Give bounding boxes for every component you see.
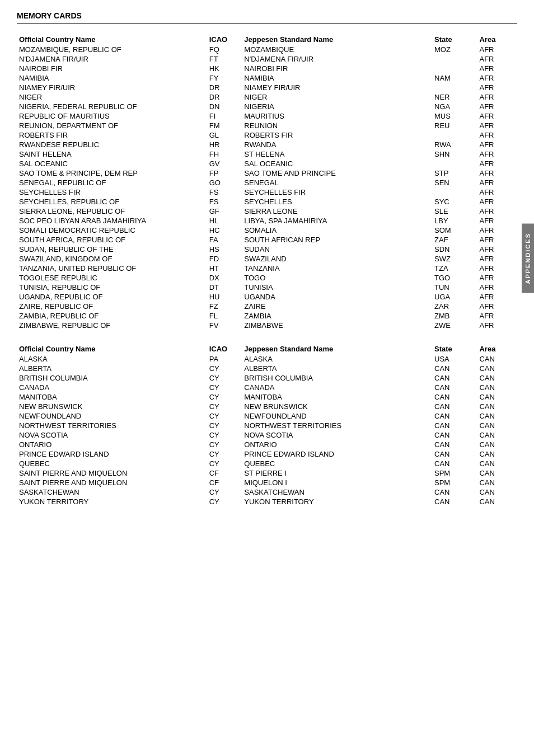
cell-area: CAN xyxy=(477,497,517,506)
table-row: NIAMEY FIR/UIR DR NIAMEY FIR/UIR AFR xyxy=(17,83,517,92)
cell-area: AFR xyxy=(477,283,517,292)
cell-jeppesen: NAMIBIA xyxy=(242,73,432,83)
cell-area: AFR xyxy=(477,302,517,311)
cell-country: NEWFOUNDLAND xyxy=(17,411,207,421)
table-row: NEW BRUNSWICK CY NEW BRUNSWICK CAN CAN xyxy=(17,402,517,411)
cell-icao: DX xyxy=(207,273,242,283)
cell-state: ZAR xyxy=(432,302,477,311)
cell-country: TOGOLESE REPUBLIC xyxy=(17,273,207,283)
table-row: SEYCHELLES, REPUBLIC OF FS SEYCHELLES SY… xyxy=(17,197,517,206)
cell-icao: CY xyxy=(207,373,242,383)
cell-jeppesen: NEW BRUNSWICK xyxy=(242,402,432,411)
table-row: REPUBLIC OF MAURITIUS FI MAURITIUS MUS A… xyxy=(17,111,517,121)
table-row: SASKATCHEWAN CY SASKATCHEWAN CAN CAN xyxy=(17,487,517,497)
cell-state xyxy=(432,83,477,92)
cell-state: UGA xyxy=(432,292,477,302)
cell-area: AFR xyxy=(477,73,517,83)
cell-jeppesen: SASKATCHEWAN xyxy=(242,487,432,497)
cell-icao: FV xyxy=(207,321,242,330)
table-row: ZAMBIA, REPUBLIC OF FL ZAMBIA ZMB AFR xyxy=(17,311,517,321)
cell-area: AFR xyxy=(477,178,517,187)
cell-country: NORTHWEST TERRITORIES xyxy=(17,421,207,430)
cell-country: SAINT HELENA xyxy=(17,149,207,159)
cell-country: ZAIRE, REPUBLIC OF xyxy=(17,302,207,311)
cell-area: CAN xyxy=(477,478,517,487)
cell-icao: FQ xyxy=(207,45,242,54)
cell-country: BRITISH COLUMBIA xyxy=(17,373,207,383)
cell-country: ONTARIO xyxy=(17,440,207,449)
can-table: Official Country Name ICAO Jeppesen Stan… xyxy=(17,344,517,506)
cell-area: AFR xyxy=(477,121,517,130)
cell-jeppesen: REUNION xyxy=(242,121,432,130)
cell-jeppesen: ALASKA xyxy=(242,354,432,364)
header-area-1: Area xyxy=(477,34,517,45)
table-row: TANZANIA, UNITED REPUBLIC OF HT TANZANIA… xyxy=(17,264,517,273)
cell-icao: FP xyxy=(207,168,242,178)
afr-header-row: Official Country Name ICAO Jeppesen Stan… xyxy=(17,34,517,45)
cell-jeppesen: ZAIRE xyxy=(242,302,432,311)
cell-state: CAN xyxy=(432,449,477,459)
table-row: ZIMBABWE, REPUBLIC OF FV ZIMBABWE ZWE AF… xyxy=(17,321,517,330)
table-row: CANADA CY CANADA CAN CAN xyxy=(17,383,517,392)
cell-state: TGO xyxy=(432,273,477,283)
cell-area: CAN xyxy=(477,421,517,430)
cell-jeppesen: BRITISH COLUMBIA xyxy=(242,373,432,383)
table-row: SOUTH AFRICA, REPUBLIC OF FA SOUTH AFRIC… xyxy=(17,235,517,245)
afr-table: Official Country Name ICAO Jeppesen Stan… xyxy=(17,34,517,330)
cell-state: NER xyxy=(432,92,477,102)
cell-icao: HL xyxy=(207,216,242,226)
cell-state: TZA xyxy=(432,264,477,273)
cell-country: PRINCE EDWARD ISLAND xyxy=(17,449,207,459)
cell-icao: FY xyxy=(207,73,242,83)
cell-icao: CY xyxy=(207,459,242,468)
cell-area: CAN xyxy=(477,449,517,459)
cell-country: ZAMBIA, REPUBLIC OF xyxy=(17,311,207,321)
table-row: SAINT PIERRE AND MIQUELON CF ST PIERRE I… xyxy=(17,468,517,478)
cell-area: AFR xyxy=(477,111,517,121)
cell-jeppesen: ZAMBIA xyxy=(242,311,432,321)
cell-icao: DN xyxy=(207,102,242,111)
cell-country: ZIMBABWE, REPUBLIC OF xyxy=(17,321,207,330)
header-area-2: Area xyxy=(477,344,517,354)
cell-icao: CY xyxy=(207,421,242,430)
cell-country: SAINT PIERRE AND MIQUELON xyxy=(17,468,207,478)
cell-area: AFR xyxy=(477,216,517,226)
header-country-1: Official Country Name xyxy=(17,34,207,45)
cell-icao: CY xyxy=(207,411,242,421)
cell-state: CAN xyxy=(432,440,477,449)
table-row: NAIROBI FIR HK NAIROBI FIR AFR xyxy=(17,64,517,73)
cell-area: AFR xyxy=(477,102,517,111)
cell-jeppesen: TUNISIA xyxy=(242,283,432,292)
cell-country: REUNION, DEPARTMENT OF xyxy=(17,121,207,130)
cell-jeppesen: CANADA xyxy=(242,383,432,392)
cell-icao: HC xyxy=(207,226,242,235)
cell-area: CAN xyxy=(477,411,517,421)
cell-country: SOC PEO LIBYAN ARAB JAMAHIRIYA xyxy=(17,216,207,226)
cell-state xyxy=(432,187,477,197)
table-row: SOC PEO LIBYAN ARAB JAMAHIRIYA HL LIBYA,… xyxy=(17,216,517,226)
cell-area: AFR xyxy=(477,83,517,92)
cell-area: CAN xyxy=(477,459,517,468)
cell-state: CAN xyxy=(432,364,477,373)
cell-area: AFR xyxy=(477,130,517,140)
cell-area: AFR xyxy=(477,235,517,245)
cell-state: CAN xyxy=(432,383,477,392)
cell-state: SYC xyxy=(432,197,477,206)
cell-state: SHN xyxy=(432,149,477,159)
table-row: N'DJAMENA FIR/UIR FT N'DJAMENA FIR/UIR A… xyxy=(17,54,517,64)
cell-country: ALASKA xyxy=(17,354,207,364)
cell-jeppesen: SOUTH AFRICAN REP xyxy=(242,235,432,245)
cell-icao: HS xyxy=(207,245,242,254)
cell-icao: FZ xyxy=(207,302,242,311)
cell-country: ROBERTS FIR xyxy=(17,130,207,140)
cell-jeppesen: ST HELENA xyxy=(242,149,432,159)
can-header-row: Official Country Name ICAO Jeppesen Stan… xyxy=(17,344,517,354)
table-row: ALASKA PA ALASKA USA CAN xyxy=(17,354,517,364)
cell-area: AFR xyxy=(477,54,517,64)
cell-jeppesen: ONTARIO xyxy=(242,440,432,449)
cell-jeppesen: PRINCE EDWARD ISLAND xyxy=(242,449,432,459)
cell-state: USA xyxy=(432,354,477,364)
cell-state: SOM xyxy=(432,226,477,235)
table-row: TUNISIA, REPUBLIC OF DT TUNISIA TUN AFR xyxy=(17,283,517,292)
cell-state xyxy=(432,159,477,168)
